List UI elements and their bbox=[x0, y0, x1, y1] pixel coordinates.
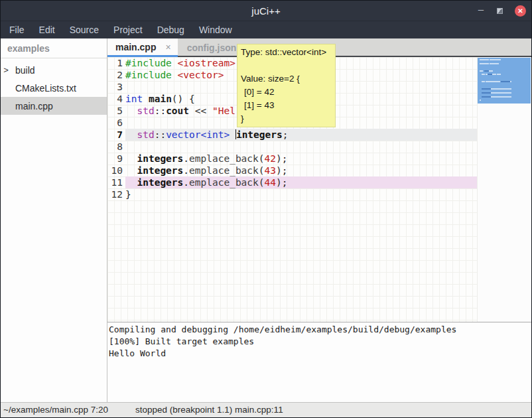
minimap-code-line bbox=[488, 81, 500, 82]
line-number[interactable]: 5 bbox=[107, 105, 125, 117]
code-token: std bbox=[137, 105, 154, 116]
menu-item-window[interactable]: Window bbox=[197, 23, 234, 36]
code-line-content bbox=[125, 141, 477, 153]
minimap-code-line bbox=[482, 88, 491, 90]
code-token: #include bbox=[125, 58, 172, 68]
code-token: integers bbox=[137, 153, 183, 164]
code-token: () { bbox=[172, 94, 195, 104]
line-number[interactable]: 6 bbox=[107, 117, 125, 129]
minimap-code-line bbox=[480, 63, 489, 64]
minimap-code-line bbox=[492, 74, 497, 75]
line-number[interactable]: 9 bbox=[107, 153, 125, 165]
line-number[interactable]: 7 bbox=[107, 129, 125, 141]
line-number[interactable]: 10 bbox=[107, 165, 125, 176]
tree-item-label: main.cpp bbox=[15, 101, 53, 111]
line-number[interactable]: 4 bbox=[107, 93, 125, 105]
code-line: 11 integers.emplace_back(44); bbox=[107, 176, 477, 188]
output-console[interactable]: Compiling and debugging /home/eidheim/ex… bbox=[107, 322, 531, 402]
tooltip-line: [0] = 42 bbox=[241, 86, 332, 99]
code-token: emplace_back bbox=[189, 177, 259, 188]
tab-config.json[interactable]: config.json bbox=[178, 38, 246, 57]
code-token: "Hel bbox=[212, 105, 235, 116]
restore-button-icon[interactable] bbox=[497, 8, 503, 14]
menu-item-edit[interactable]: Edit bbox=[37, 23, 57, 36]
code-line: 7 std::vector<int> integers; bbox=[107, 129, 477, 141]
code-token: emplace_back bbox=[189, 165, 259, 176]
code-token: ); bbox=[276, 165, 287, 176]
code-token bbox=[125, 165, 137, 176]
minimap-code-line bbox=[501, 81, 510, 82]
tree-item-label: build bbox=[15, 65, 35, 76]
code-token: integers bbox=[137, 165, 183, 176]
line-number[interactable]: 2 bbox=[107, 69, 125, 81]
code-token: ( bbox=[259, 177, 265, 188]
code-line-content: integers.emplace_back(42); bbox=[125, 153, 477, 165]
code-token: 43 bbox=[265, 165, 276, 176]
tree-item-cmakelists.txt[interactable]: CMakeLists.txt bbox=[1, 79, 107, 97]
code-token: . bbox=[183, 153, 189, 164]
minimap-code-line bbox=[497, 74, 501, 75]
code-token: integers bbox=[236, 129, 283, 140]
line-number[interactable]: 12 bbox=[107, 188, 125, 200]
minimap-code-line bbox=[509, 92, 511, 94]
tab-label: config.json bbox=[187, 42, 237, 53]
minimap-code-line bbox=[509, 88, 511, 90]
menu-item-source[interactable]: Source bbox=[68, 23, 101, 36]
minimap-viewport[interactable] bbox=[478, 58, 531, 104]
line-number[interactable]: 3 bbox=[107, 81, 125, 93]
tooltip-line: Value: size=2 { bbox=[241, 72, 332, 86]
minimap-code-line bbox=[480, 70, 483, 72]
minimap[interactable] bbox=[477, 57, 531, 322]
minimap-code-line bbox=[490, 63, 499, 64]
minimize-button-icon[interactable]: – bbox=[477, 7, 485, 15]
minimap-code-line bbox=[488, 74, 492, 75]
close-button-icon[interactable]: ✕ bbox=[515, 5, 526, 17]
minimap-code-line bbox=[489, 70, 494, 72]
code-line-content: } bbox=[125, 188, 477, 200]
minimap-code-line bbox=[482, 96, 491, 98]
code-token: <vector> bbox=[178, 70, 224, 80]
code-token: :: bbox=[155, 129, 166, 140]
statusbar: ~/examples/main.cpp 7:20 stopped (breakp… bbox=[1, 402, 531, 417]
minimap-code-line bbox=[484, 70, 489, 72]
titlebar: juCi++ – ✕ bbox=[1, 1, 531, 21]
minimap-code-line bbox=[480, 59, 489, 60]
tab-main.cpp[interactable]: main.cpp× bbox=[107, 38, 178, 57]
code-token: vector<int> bbox=[166, 129, 230, 140]
code-line: 10 integers.emplace_back(43); bbox=[107, 165, 477, 176]
code-line-content: std::vector<int> integers; bbox=[125, 129, 477, 141]
code-token: . bbox=[183, 165, 189, 176]
console-line: Compiling and debugging /home/eidheim/ex… bbox=[109, 324, 531, 336]
menu-item-project[interactable]: Project bbox=[111, 23, 145, 36]
menu-item-debug[interactable]: Debug bbox=[155, 23, 186, 36]
tree-item-build[interactable]: >build bbox=[1, 61, 107, 79]
code-line-content: integers.emplace_back(43); bbox=[125, 165, 477, 176]
menu-item-file[interactable]: File bbox=[7, 23, 27, 36]
tree-item-label: CMakeLists.txt bbox=[15, 83, 76, 94]
menubar: FileEditSourceProjectDebugWindow bbox=[1, 21, 531, 38]
code-token bbox=[172, 70, 178, 80]
file-tree: >buildCMakeLists.txtmain.cpp bbox=[1, 58, 107, 115]
code-token: int bbox=[125, 94, 143, 104]
code-token bbox=[143, 94, 149, 104]
minimap-code-line bbox=[492, 92, 505, 94]
tab-close-icon[interactable]: × bbox=[165, 42, 170, 52]
debug-value-tooltip: Type: std::vector<int> Value: size=2 {[0… bbox=[237, 44, 336, 127]
code-line: 12} bbox=[107, 188, 477, 200]
line-number[interactable]: 8 bbox=[107, 141, 125, 153]
expander-icon[interactable]: > bbox=[1, 65, 11, 75]
console-line: [100%] Built target examples bbox=[109, 336, 531, 348]
line-number[interactable]: 11 bbox=[107, 176, 125, 188]
tree-item-main.cpp[interactable]: main.cpp bbox=[1, 97, 107, 115]
code-token: std bbox=[137, 129, 154, 140]
code-token: ); bbox=[276, 153, 287, 164]
code-token: ); bbox=[276, 177, 287, 188]
line-number[interactable]: 1 bbox=[107, 57, 125, 69]
code-token bbox=[125, 177, 137, 188]
code-token: << bbox=[189, 105, 212, 116]
minimap-code-line bbox=[482, 92, 491, 94]
tooltip-line: [1] = 43 bbox=[241, 99, 332, 112]
code-token: 44 bbox=[265, 177, 276, 188]
code-token: #include bbox=[125, 70, 172, 80]
code-token: ( bbox=[259, 165, 265, 176]
